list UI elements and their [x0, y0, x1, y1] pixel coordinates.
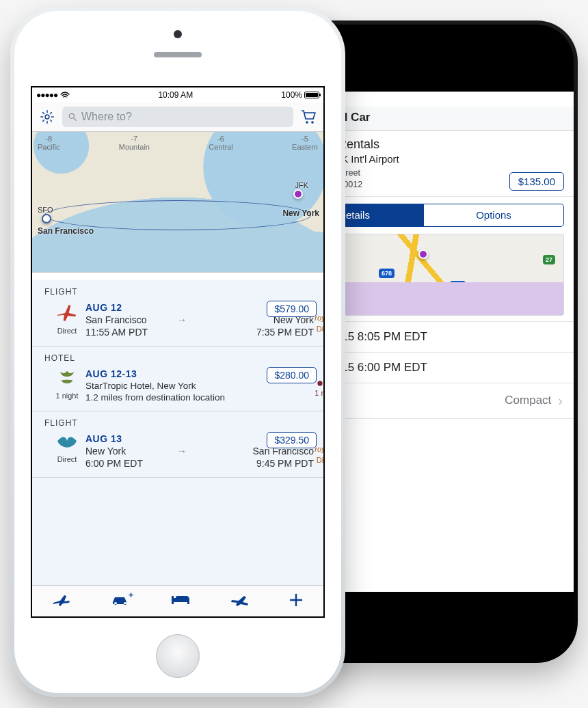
- dest-code: JFK: [295, 181, 308, 189]
- phone-camera: [174, 30, 182, 38]
- alt-sub: 1 n: [315, 389, 323, 397]
- cart-icon: [300, 109, 317, 124]
- depart-time: 11:55 AM PDT: [85, 327, 168, 338]
- tz-label: Central: [209, 143, 232, 151]
- itinerary-card-flight-outbound[interactable]: FLIGHT $579.00 Direct AUG 12 San F: [32, 280, 323, 346]
- tab-car[interactable]: +: [110, 594, 131, 609]
- from-city: San Francisco: [85, 314, 168, 325]
- plus-badge-icon: +: [129, 590, 134, 600]
- battery-icon: [554, 96, 570, 103]
- card-kind: FLIGHT: [44, 418, 314, 428]
- home-button[interactable]: [156, 634, 200, 678]
- settings-button[interactable]: [39, 109, 55, 125]
- signal-strength-icon: ●●●●●: [36, 90, 57, 100]
- status-battery-pct: 100%: [531, 94, 552, 104]
- arrive-time: 9:45 PM PDT: [256, 458, 314, 469]
- plus-icon: [289, 593, 304, 608]
- tz-offset: -7: [119, 135, 150, 143]
- travel-planner-screen: ●●●●● 10:09 AM 100%: [31, 86, 325, 618]
- alt-sub: Di: [317, 456, 323, 464]
- svg-point-0: [45, 115, 49, 119]
- arrive-time: 7:35 PM EDT: [256, 327, 314, 338]
- car-class-value: Compact: [505, 394, 551, 407]
- tz-label: Mountain: [119, 143, 150, 151]
- route-shield: 678: [379, 269, 395, 278]
- tz-offset: -5: [292, 135, 318, 143]
- search-input[interactable]: Where to?: [62, 107, 293, 127]
- route-shield: 27: [543, 255, 555, 264]
- tab-flight-return[interactable]: [230, 593, 250, 610]
- svg-line-2: [74, 118, 77, 121]
- tz-offset: -6: [209, 135, 232, 143]
- alt-option-peek[interactable]: roy Di: [310, 314, 323, 332]
- phone-speaker: [154, 52, 202, 57]
- alt-brand: roy: [315, 314, 323, 322]
- chevron-right-icon: ›: [558, 393, 563, 409]
- itinerary-list: FLIGHT $579.00 Direct AUG 12 San F: [32, 280, 323, 585]
- timezone-header: -8Pacific -7Mountain -6Central -5Eastern: [32, 135, 323, 151]
- gear-icon: [40, 109, 55, 124]
- airplane-icon: [56, 302, 78, 324]
- from-city: New York: [85, 446, 168, 457]
- map-pin-icon: [418, 249, 428, 259]
- planner-top-bar: Where to?: [32, 103, 323, 132]
- card-icon-sub: Direct: [57, 455, 77, 463]
- tz-offset: -8: [38, 135, 59, 143]
- dest-city: New York: [282, 208, 319, 218]
- alt-sub: Di: [317, 325, 323, 333]
- bottom-tab-bar: +: [32, 585, 323, 616]
- tz-label: Eastern: [292, 143, 318, 151]
- depart-time: 6:00 PM EDT: [85, 458, 168, 469]
- itinerary-card-flight-return[interactable]: FLIGHT $329.50 Direct AUG 13 New Y: [32, 411, 323, 478]
- hotel-distance: 1.2 miles from destination location: [85, 392, 314, 403]
- rental-price-chip[interactable]: $135.00: [509, 172, 564, 191]
- tab-hotel[interactable]: [170, 595, 191, 608]
- itinerary-card-hotel[interactable]: HOTEL $280.00 1 night AUG 12-13 StarTrop…: [32, 346, 323, 411]
- battery-icon: [304, 92, 319, 98]
- hotel-emblem-icon: [55, 368, 79, 389]
- origin-code: SFO: [38, 206, 53, 214]
- arrow-right-icon: →: [177, 446, 187, 457]
- cart-button[interactable]: [300, 109, 317, 125]
- status-battery-pct: 100%: [281, 90, 302, 100]
- card-kind: HOTEL: [44, 353, 314, 363]
- card-icon-sub: Direct: [57, 327, 77, 335]
- plane-takeoff-icon: [52, 593, 71, 607]
- alt-option-peek[interactable]: 1 n: [310, 381, 323, 397]
- search-icon: [68, 112, 77, 122]
- svg-point-1: [69, 113, 74, 118]
- route-map[interactable]: -8Pacific -7Mountain -6Central -5Eastern…: [32, 132, 323, 273]
- origin-city: San Francisco: [38, 226, 94, 236]
- route-shield: 878: [450, 281, 466, 290]
- tab-flight-depart[interactable]: [52, 593, 71, 610]
- wifi-icon: [60, 92, 70, 99]
- svg-point-5: [317, 381, 322, 385]
- card-icon-sub: 1 night: [55, 392, 78, 400]
- tz-label: Pacific: [38, 143, 59, 151]
- device-white-iphone: ●●●●● 10:09 AM 100%: [10, 7, 345, 697]
- plane-landing-icon: [230, 593, 250, 607]
- search-placeholder: Where to?: [81, 111, 132, 123]
- map-pin-destination: [293, 189, 303, 199]
- bird-icon: [55, 433, 79, 452]
- svg-point-4: [311, 121, 314, 124]
- svg-point-3: [306, 121, 308, 124]
- alt-brand: roy: [315, 445, 323, 453]
- bed-icon: [313, 381, 323, 386]
- status-time: 10:09 AM: [70, 90, 281, 100]
- card-kind: FLIGHT: [44, 287, 314, 297]
- alt-option-peek[interactable]: roy Di: [310, 446, 323, 463]
- segment-options[interactable]: Options: [424, 204, 563, 226]
- tab-add[interactable]: [289, 593, 304, 610]
- map-pin-origin: [42, 214, 51, 223]
- arrow-right-icon: →: [177, 314, 187, 325]
- bed-icon: [170, 595, 191, 605]
- ios-status-bar: ●●●●● 10:09 AM 100%: [32, 87, 323, 103]
